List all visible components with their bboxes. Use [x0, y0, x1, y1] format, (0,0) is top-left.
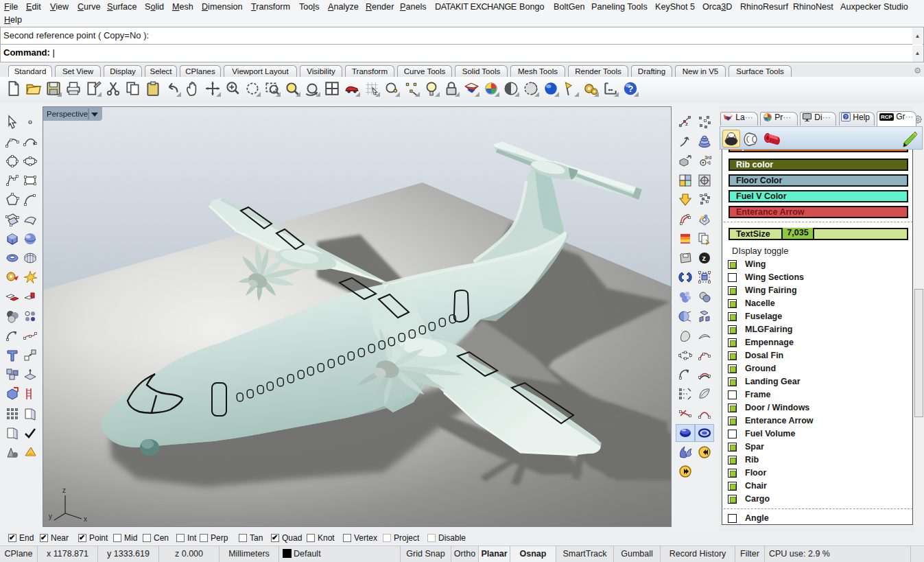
svg-text:z: z [685, 121, 688, 127]
svg-text:Perspective: Perspective [47, 110, 88, 118]
svg-text:?: ? [628, 84, 633, 94]
svg-text:x: x [84, 515, 87, 523]
svg-text:?: ? [844, 114, 848, 120]
svg-text:z: z [702, 254, 707, 262]
svg-text:y: y [49, 513, 52, 520]
svg-text:3rd: 3rd [704, 155, 711, 160]
svg-text:z: z [62, 487, 66, 494]
